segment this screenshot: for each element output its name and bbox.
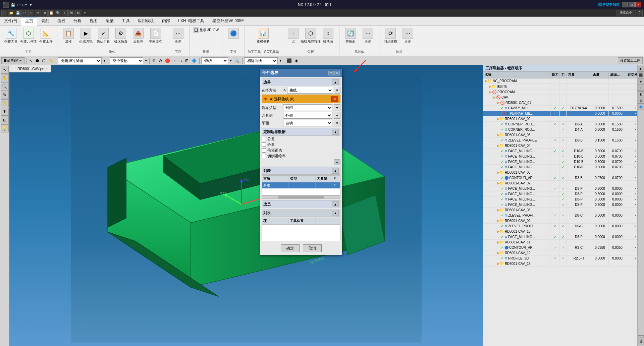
table-row[interactable]: ✓🔵CONTOUR_AR...✓✓R3-C0.03500.0350× (483, 245, 637, 250)
qt-cut[interactable]: ✂ (35, 10, 41, 16)
table-row[interactable]: ▶📁RD8001-CAV_04 (483, 143, 637, 149)
lt-hide[interactable]: 👁 (1, 108, 9, 116)
boundary-expand[interactable]: ▲ (332, 79, 339, 85)
menu-starspace[interactable]: 星空外挂V6.935F (208, 17, 248, 25)
fr-btn4[interactable]: ↕ (638, 85, 644, 91)
ribbon-post[interactable]: 📤 后处理 (130, 27, 147, 45)
table-row[interactable]: ✓⚙FACE_MILLING...✓D8-P0.50000.0000× (483, 191, 637, 197)
table-row[interactable]: ▶📁RD8001-CAV_11 (483, 240, 637, 245)
qt-search[interactable]: 搜索命令 (616, 10, 636, 16)
tb2-icon9[interactable]: ◈ (294, 58, 299, 63)
table-row[interactable]: ✓⚙ZLEVEL_PROFI...✓✓D8-C0.00000.0000× (483, 213, 637, 218)
feed-checkbox[interactable] (262, 154, 266, 158)
menu-lxh[interactable]: LXH_电极工具 (174, 17, 208, 25)
op-nav-body[interactable]: ▶📁NC_PROGRAM▶📁未用项▶🚫PROGRAM▶🚫CAV▶🚫RD8001-… (483, 78, 637, 346)
table-row[interactable]: ✓⚙FACE_MILLING...✓D8-P0.50000.0000× (483, 202, 637, 208)
ribbon-property[interactable]: 📋 属性 (60, 27, 77, 45)
ribbon-create-geo[interactable]: ⬡ 创建几何体 (20, 27, 37, 45)
menu-home[interactable]: 主页 (21, 17, 37, 25)
qt-8[interactable]: ⚙ (75, 10, 81, 16)
list-row-close[interactable]: × (332, 182, 339, 188)
minimize-button[interactable]: ─ (622, 2, 628, 7)
table-row[interactable]: ✓⚙CORNER_ROU...✓D4-A0.30000.1500× (483, 127, 637, 132)
fr-btn5[interactable]: ◐ (638, 91, 644, 97)
filter-select[interactable]: 无选择过滤器 (58, 57, 102, 64)
fr-btn2[interactable]: ⬛ (638, 72, 644, 78)
table-row[interactable]: ▶📁RD8001-CAV_08 (483, 208, 637, 213)
lt-render[interactable]: 💡 (1, 124, 9, 132)
table-row[interactable]: ✓⚙CAVITY_MILL✓✓D17R0.8-A0.30000.1500× (483, 106, 637, 111)
tb2-meas-icon[interactable]: 📏 (47, 58, 54, 63)
ribbon-workpiece[interactable]: 🔵 (225, 27, 242, 40)
plane-dropdown-btn[interactable]: ▼ (334, 120, 340, 126)
table-row[interactable]: ✓⚙ZLEVEL_PROFILE✓✓D8-B0.15000.1500× (483, 138, 637, 143)
select-method-dropdown-btn[interactable]: ▼ (334, 87, 340, 94)
view-select[interactable]: 俯/反 (201, 57, 228, 64)
table-row[interactable]: ✓⚙CORNER_ROU...✓✓D8-A0.30000.1500× (483, 122, 637, 127)
table-row[interactable]: ▶📁RD8001-CAV_13 (483, 261, 637, 267)
qt-6[interactable]: ↕ (62, 10, 68, 16)
confirm-btn[interactable]: 确定 (281, 244, 300, 252)
table-row[interactable]: ✓⚙ZLEVEL_PROFI...✓✓D6-C0.00000.0000× (483, 224, 637, 229)
tb2-icon1[interactable]: ⊕ (151, 58, 157, 63)
table-row[interactable]: ▶📁RD8001-CAV_07 (483, 181, 637, 186)
view-expand[interactable]: ▼ (229, 59, 232, 62)
custom-data-expand[interactable]: ▲ (332, 129, 339, 135)
table-row[interactable]: ▶🚫RD8001-CAV_01 (483, 100, 637, 106)
dialog-close-btn[interactable]: × (334, 71, 340, 75)
fr-btn-bottom[interactable]: Ean (638, 335, 644, 345)
tb2-icon6[interactable]: ⊞ (184, 58, 190, 63)
ribbon-more3[interactable]: ⋯ 更多 (399, 27, 416, 45)
plane-expand[interactable]: ▼ (279, 59, 282, 62)
lt-select[interactable]: ↖ (1, 66, 9, 74)
restore-button[interactable]: □ (629, 2, 635, 7)
assembly-select[interactable]: 整个装配 (110, 57, 143, 64)
ribbon-machine-sim[interactable]: ⚙ 机床仿真 (112, 27, 129, 45)
lt-zoom[interactable]: 🔍 (1, 82, 9, 91)
qt-help[interactable]: ? (637, 10, 643, 16)
tb2-3d-icon[interactable]: ⬡ (41, 58, 46, 63)
ribbon-replace[interactable]: 🔄 替换面 (342, 27, 359, 45)
table-row[interactable]: ▶📁RD8001-CAV_09 (483, 218, 637, 224)
quick-access-toolbar[interactable]: 💾 ↩ ↪ ✂ (11, 3, 28, 7)
ribbon-move[interactable]: ↕ 移动面 (320, 27, 336, 45)
table-row[interactable]: 🚫⚙PLANAR_MILL×---0.00000.0000× (483, 111, 637, 116)
list-expand[interactable]: ▲ (332, 168, 339, 174)
qt-5[interactable]: 🔍 (55, 10, 61, 16)
tb2-select-icon[interactable]: ↖ (28, 58, 34, 63)
fr-btn1[interactable]: ▶ (638, 66, 644, 72)
table-row[interactable]: ✓⚙FACE_MILLING...✓D10-B0.50000.0700× (483, 159, 637, 165)
qt-undo[interactable]: ↩ (21, 10, 28, 16)
assembly-expand[interactable]: ▼ (144, 59, 148, 62)
tb2-icon5[interactable]: ↕ (179, 58, 183, 63)
fr-btn6[interactable]: ⊞ (638, 98, 644, 104)
tb2-view-icon[interactable]: 🔍 (233, 58, 240, 63)
table-row[interactable]: ▶📁RD8001-CAV_06 (483, 170, 637, 175)
dialog-title-bar[interactable]: 部件边界 ? × (260, 69, 342, 77)
table-row[interactable]: ▶📁RD8001-CAV_10 (483, 229, 637, 234)
table-row[interactable]: ✓⚙FACE_MILLING...✓D8-P0.50000.0000× (483, 197, 637, 202)
lt-measure[interactable]: 📏 (1, 99, 9, 107)
viewport-close[interactable]: × (46, 67, 48, 70)
cutter-side-dropdown[interactable]: 外侧 (283, 112, 332, 119)
close-button[interactable]: × (635, 2, 641, 7)
menu-view[interactable]: 视图 (86, 17, 102, 25)
ribbon-shopfloor[interactable]: 📄 车间文档 (147, 27, 164, 45)
fr-btn3[interactable]: ◈ (638, 78, 644, 84)
stock-checkbox[interactable] (262, 142, 266, 147)
table-row[interactable]: ✓⚙FACE_MILLING...✓✓D8-P0.50000.0000× (483, 186, 637, 191)
list-scrollbar[interactable] (262, 195, 340, 199)
plane-select[interactable]: 相适曲线 (244, 57, 278, 64)
tolerance-checkbox[interactable] (262, 137, 266, 141)
table-row[interactable]: ✓⚙FACE_MILLING...✓✓D10-B0.50000.0700× (483, 149, 637, 154)
table-row[interactable]: ▶📁RD8001-CAV_03 (483, 132, 637, 138)
qt-copy[interactable]: ⧉ (42, 10, 48, 16)
qt-7[interactable]: ⌘ (68, 10, 74, 16)
tb2-icon4[interactable]: ↔ (172, 58, 178, 63)
tb2-icon8[interactable]: ⬛ (286, 58, 293, 63)
filter-expand[interactable]: ▼ (103, 59, 106, 62)
dialog-help-btn[interactable]: ? (328, 71, 334, 75)
ribbon-point[interactable]: · 点 (285, 27, 302, 45)
cutter-side-dropdown-btn[interactable]: ▼ (334, 112, 340, 119)
ribbon-extract-geo[interactable]: ⬡ 抽取几何特征 (302, 27, 319, 45)
